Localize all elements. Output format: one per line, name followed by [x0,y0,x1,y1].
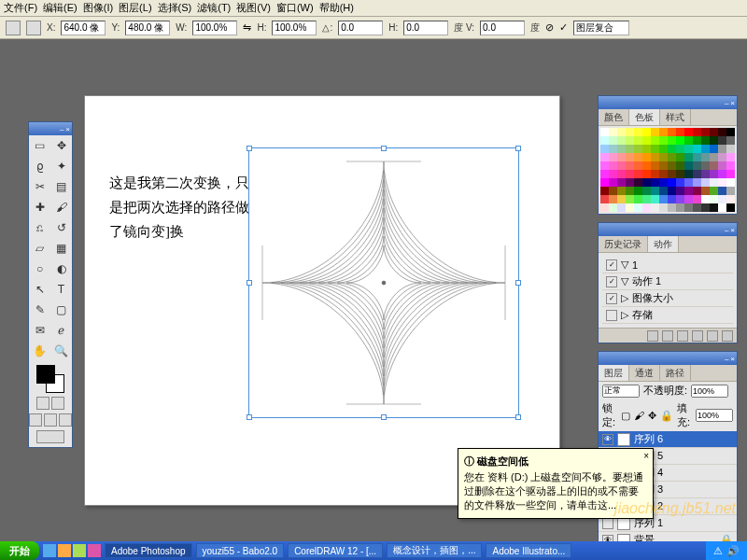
lock-all-icon[interactable]: 🔒 [660,410,673,422]
swatch[interactable] [676,153,684,161]
system-tray[interactable]: ⚠ 🔊 [706,541,747,560]
close-icon[interactable]: × [65,125,70,133]
tab-样式[interactable]: 样式 [660,109,691,125]
swatch[interactable] [676,203,684,212]
swatch[interactable] [693,136,701,145]
history-brush-tool[interactable]: ↺ [50,217,72,238]
swatch[interactable] [642,153,651,161]
screen2-icon[interactable] [44,413,57,427]
swatch[interactable] [651,145,659,153]
swatch[interactable] [710,128,718,136]
task-button[interactable]: 概念设计，插图，... [387,543,482,558]
expand-icon[interactable]: ▽ [621,259,628,271]
new-set-icon[interactable] [692,330,703,342]
wand-tool[interactable]: ✦ [50,156,72,176]
document-window[interactable]: 这是我第二次变换，只是把两次选择的路径做了镜向变]换 [84,95,560,506]
swatch[interactable] [701,195,710,203]
swatch[interactable] [642,195,651,203]
expand-icon[interactable]: ▷ [621,292,628,304]
swatch[interactable] [600,161,609,170]
crop-tool[interactable]: ✂ [29,176,50,197]
swatch[interactable] [676,136,684,145]
swatch[interactable] [693,203,701,212]
swatch[interactable] [668,178,676,187]
swatch[interactable] [634,195,642,203]
swatch[interactable] [726,145,735,153]
tab-图层[interactable]: 图层 [599,365,629,381]
balloon-close-icon[interactable]: × [643,451,649,461]
heal-tool[interactable]: ✚ [29,197,50,217]
swatch[interactable] [693,153,701,161]
swatch[interactable] [676,170,684,178]
swatch[interactable] [651,203,659,212]
swatch[interactable] [626,203,634,212]
minimize-icon[interactable]: – [60,125,63,133]
swatch[interactable] [710,136,718,145]
close-icon[interactable]: × [730,226,735,234]
reference-point-icon[interactable] [26,21,41,35]
swatch[interactable] [701,187,710,195]
swatch[interactable] [609,128,617,136]
swatch[interactable] [634,153,642,161]
swatch[interactable] [676,178,684,187]
minimize-icon[interactable]: – [725,99,728,107]
swatch[interactable] [693,187,701,195]
menu-item[interactable]: 图层(L) [119,1,151,15]
swatch[interactable] [626,170,634,178]
swatch[interactable] [693,170,701,178]
fg-color[interactable] [36,365,55,384]
menu-item[interactable]: 窗口(W) [276,1,314,15]
swatch[interactable] [634,161,642,170]
swatch[interactable] [676,145,684,153]
layer-row[interactable]: 👁序列 6 [599,431,737,448]
swatch[interactable] [626,178,634,187]
move-tool[interactable]: ✥ [50,135,72,156]
task-button[interactable]: youzi55 - Babo2.0 [196,543,285,558]
screen1-icon[interactable] [29,413,42,427]
handle-br[interactable] [515,414,521,420]
swatch[interactable] [626,128,634,136]
swatch[interactable] [668,161,676,170]
trash-icon[interactable] [722,330,733,342]
shape-tool[interactable]: ▢ [50,300,72,320]
swatch[interactable] [609,170,617,178]
stop-icon[interactable] [647,330,658,342]
swatch[interactable] [617,178,626,187]
w-input[interactable] [192,21,237,35]
action-row[interactable]: ▷存储 [602,307,733,324]
swatch[interactable] [626,136,634,145]
swatch[interactable] [684,128,693,136]
swatch[interactable] [634,145,642,153]
tool-preset-icon[interactable] [6,21,21,35]
ql-icon[interactable] [43,544,56,557]
handle-mr[interactable] [515,280,521,286]
swatch[interactable] [617,187,626,195]
ql-icon[interactable] [88,544,101,557]
angle-input[interactable] [338,21,383,35]
record-icon[interactable] [662,330,673,342]
swatch[interactable] [609,187,617,195]
lock-pos-icon[interactable]: ✥ [648,410,656,422]
blur-tool[interactable]: ○ [29,259,50,279]
swatch[interactable] [718,195,726,203]
swatch[interactable] [726,161,735,170]
layers-header[interactable]: –× [599,352,737,365]
swatch[interactable] [710,161,718,170]
menu-item[interactable]: 选择(S) [158,1,192,15]
handle-tc[interactable] [381,146,387,151]
standard-mode-icon[interactable] [36,397,49,410]
handle-ml[interactable] [247,280,252,286]
tab-色板[interactable]: 色板 [629,109,660,125]
swatch[interactable] [642,128,651,136]
swatch[interactable] [710,203,718,212]
swatch[interactable] [626,145,634,153]
swatch[interactable] [609,203,617,212]
eraser-tool[interactable]: ▱ [29,238,50,259]
swatch[interactable] [609,153,617,161]
close-icon[interactable]: × [730,355,735,363]
swatch[interactable] [600,187,609,195]
swatch[interactable] [676,128,684,136]
swatch[interactable] [726,187,735,195]
swatch[interactable] [693,145,701,153]
quickmask-mode-icon[interactable] [51,397,64,410]
